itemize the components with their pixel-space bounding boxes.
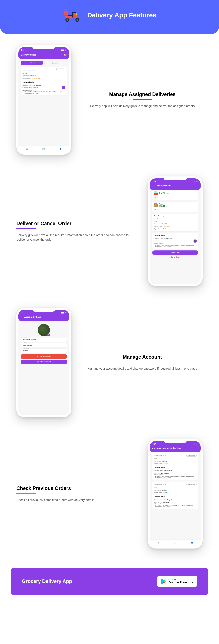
svg-rect-2 <box>65 12 67 12</box>
svg-rect-9 <box>72 12 76 12</box>
edit-avatar-icon[interactable]: ✎ <box>47 333 50 336</box>
playstore-button[interactable]: Get it on Google Playstore <box>157 576 197 587</box>
deliver-order-button[interactable]: Deliver Order <box>152 250 198 255</box>
cta-title: Grocery Delivery App <box>22 578 72 584</box>
svg-point-1 <box>65 8 67 10</box>
name-field[interactable]: Full name Test Delivery User 19 <box>21 337 67 342</box>
phone-mockup-4: 9:57▮▮▮ ⚡ Previously Completed Orders Or… <box>148 439 202 548</box>
nav-history-icon[interactable]: 🕐 <box>173 542 176 544</box>
svg-point-5 <box>66 19 68 21</box>
delivery-scooter-icon <box>63 8 82 22</box>
nav-account-icon[interactable]: 👤 <box>59 148 62 150</box>
delivery-details-button[interactable]: Delivery Details <box>186 483 196 486</box>
section-1-title: Manage Assigned Deliveries <box>82 92 202 97</box>
call-icon[interactable]: 📞 <box>193 240 196 242</box>
update-account-button[interactable]: Update Account Details <box>21 360 67 364</box>
mobile-field[interactable]: Mobile no. +919876543210 <box>21 343 67 348</box>
section-4-title: Check Previous Orders <box>17 486 137 491</box>
phone-mockup-1: 9:51 ▮▮▮ ⚡ Delivery Orders 🔔° Assigned C… <box>17 45 71 154</box>
section-4-desc: Check all previously completed orders wi… <box>17 498 137 502</box>
app-header: Delivery Orders 🔔° <box>18 52 69 59</box>
svg-rect-3 <box>65 13 67 14</box>
cancel-order-button[interactable]: Cancel Order <box>152 255 198 259</box>
playstore-icon <box>161 578 167 584</box>
nav-orders-icon[interactable]: 🛍 <box>26 148 28 150</box>
bottom-nav: 🛍 🕐 👤 <box>18 146 69 153</box>
bell-icon[interactable]: 🔔° <box>64 54 67 56</box>
feature-section-4: Check Previous Orders Check all previous… <box>0 428 219 560</box>
order-card: Order id: OID0000020 Delivery Details It… <box>21 67 67 96</box>
section-3-desc: Manage your account details and change p… <box>82 366 202 371</box>
svg-rect-0 <box>64 11 68 15</box>
tab-completed[interactable]: Completed <box>45 61 67 65</box>
back-icon[interactable]: ← <box>21 316 23 318</box>
feature-section-2: Deliver or Cancel Order Delivery guy wil… <box>0 166 219 297</box>
tab-assigned[interactable]: Assigned <box>21 61 43 65</box>
delivery-details-button[interactable]: Delivery Details <box>186 454 196 456</box>
phone-mockup-2: 9:53▮▮▮ ⚡ ← Delivery Details Rs.79 Rs.10… <box>148 176 202 286</box>
svg-point-7 <box>76 19 78 21</box>
cta-banner: Grocery Delivery App Get it on Google Pl… <box>11 568 208 595</box>
email-field[interactable]: Email address ✉ test@g.co <box>21 348 67 353</box>
nav-orders-icon[interactable]: 🛍 <box>157 542 159 544</box>
section-3-title: Manage Account <box>82 354 202 360</box>
svg-rect-8 <box>72 12 73 18</box>
delivery-details-button[interactable]: Delivery Details <box>55 68 65 71</box>
section-2-title: Deliver or Cancel Order <box>17 221 137 226</box>
call-icon[interactable]: 📞 <box>62 86 65 89</box>
back-icon[interactable]: ← <box>152 184 154 187</box>
section-2-desc: Delivery guy will have all the required … <box>17 233 137 242</box>
nav-history-icon[interactable]: 🕐 <box>42 148 45 150</box>
hero-banner: Delivery App Features <box>0 0 219 34</box>
change-password-button[interactable]: 🔒Change Password <box>21 354 67 359</box>
nav-account-icon[interactable]: 👤 <box>191 542 193 544</box>
section-1-desc: Delivery app will help delivery guys to … <box>82 104 202 108</box>
svg-rect-11 <box>68 15 72 16</box>
feature-section-1: 9:51 ▮▮▮ ⚡ Delivery Orders 🔔° Assigned C… <box>0 34 219 166</box>
feature-section-3: 9:51▮▮▮ ⚡ ← Account Settings ✎ Full name… <box>0 297 219 428</box>
phone-mockup-3: 9:51▮▮▮ ⚡ ← Account Settings ✎ Full name… <box>17 308 71 417</box>
hero-title: Delivery App Features <box>87 11 156 19</box>
svg-point-10 <box>76 14 77 15</box>
